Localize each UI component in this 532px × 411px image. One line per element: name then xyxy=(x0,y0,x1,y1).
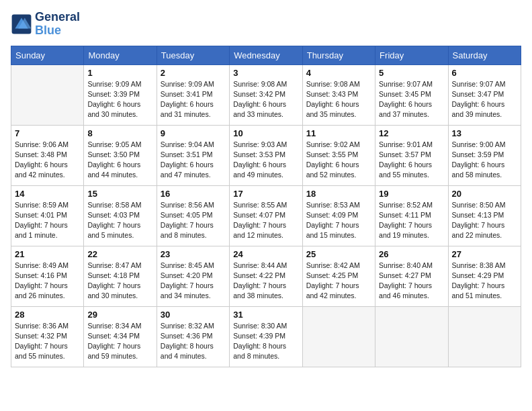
day-number: 11 xyxy=(306,128,371,138)
calendar-cell: 6Sunrise: 9:07 AM Sunset: 3:47 PM Daylig… xyxy=(448,64,521,125)
calendar-cell: 5Sunrise: 9:07 AM Sunset: 3:45 PM Daylig… xyxy=(375,64,448,125)
day-info: Sunrise: 8:44 AM Sunset: 4:22 PM Dayligh… xyxy=(233,261,298,302)
week-row-3: 14Sunrise: 8:59 AM Sunset: 4:01 PM Dayli… xyxy=(11,185,521,246)
calendar-cell: 13Sunrise: 9:00 AM Sunset: 3:59 PM Dayli… xyxy=(448,125,521,185)
day-info: Sunrise: 8:34 AM Sunset: 4:34 PM Dayligh… xyxy=(87,321,152,362)
day-info: Sunrise: 8:30 AM Sunset: 4:39 PM Dayligh… xyxy=(233,321,298,362)
calendar-cell: 16Sunrise: 8:56 AM Sunset: 4:05 PM Dayli… xyxy=(157,185,229,246)
calendar-cell: 2Sunrise: 9:09 AM Sunset: 3:41 PM Daylig… xyxy=(157,64,229,125)
day-info: Sunrise: 8:32 AM Sunset: 4:36 PM Dayligh… xyxy=(161,321,226,362)
calendar-cell: 9Sunrise: 9:04 AM Sunset: 3:51 PM Daylig… xyxy=(157,125,229,185)
day-info: Sunrise: 8:38 AM Sunset: 4:29 PM Dayligh… xyxy=(452,261,517,302)
calendar-cell: 26Sunrise: 8:40 AM Sunset: 4:27 PM Dayli… xyxy=(375,246,448,306)
day-number: 1 xyxy=(87,68,152,78)
week-row-5: 28Sunrise: 8:36 AM Sunset: 4:32 PM Dayli… xyxy=(11,306,521,367)
day-info: Sunrise: 9:00 AM Sunset: 3:59 PM Dayligh… xyxy=(452,140,517,181)
day-info: Sunrise: 8:56 AM Sunset: 4:05 PM Dayligh… xyxy=(161,200,226,241)
day-info: Sunrise: 8:53 AM Sunset: 4:09 PM Dayligh… xyxy=(306,200,371,241)
calendar-cell: 19Sunrise: 8:52 AM Sunset: 4:11 PM Dayli… xyxy=(375,185,448,246)
day-info: Sunrise: 9:01 AM Sunset: 3:57 PM Dayligh… xyxy=(379,140,444,181)
calendar-cell: 18Sunrise: 8:53 AM Sunset: 4:09 PM Dayli… xyxy=(302,185,375,246)
day-info: Sunrise: 8:59 AM Sunset: 4:01 PM Dayligh… xyxy=(15,200,80,241)
day-info: Sunrise: 9:06 AM Sunset: 3:48 PM Dayligh… xyxy=(15,140,80,181)
day-number: 16 xyxy=(161,189,226,199)
header-thursday: Thursday xyxy=(302,46,375,64)
day-number: 21 xyxy=(15,249,80,259)
day-number: 15 xyxy=(87,189,152,199)
day-info: Sunrise: 9:09 AM Sunset: 3:41 PM Dayligh… xyxy=(161,79,226,120)
calendar-header-row: SundayMondayTuesdayWednesdayThursdayFrid… xyxy=(11,46,521,64)
day-number: 8 xyxy=(87,128,152,138)
day-number: 6 xyxy=(452,68,517,78)
day-number: 24 xyxy=(233,249,298,259)
calendar-cell: 3Sunrise: 9:08 AM Sunset: 3:42 PM Daylig… xyxy=(230,64,302,125)
calendar-cell xyxy=(11,64,84,125)
logo: General Blue xyxy=(11,11,80,38)
day-number: 9 xyxy=(161,128,226,138)
day-number: 30 xyxy=(161,310,226,320)
day-info: Sunrise: 8:45 AM Sunset: 4:20 PM Dayligh… xyxy=(161,261,226,302)
day-info: Sunrise: 9:08 AM Sunset: 3:43 PM Dayligh… xyxy=(306,79,371,120)
calendar-cell: 22Sunrise: 8:47 AM Sunset: 4:18 PM Dayli… xyxy=(84,246,157,306)
day-number: 28 xyxy=(15,310,80,320)
calendar-cell xyxy=(448,306,521,367)
calendar-cell: 10Sunrise: 9:03 AM Sunset: 3:53 PM Dayli… xyxy=(230,125,302,185)
day-info: Sunrise: 8:40 AM Sunset: 4:27 PM Dayligh… xyxy=(379,261,444,302)
day-number: 10 xyxy=(233,128,298,138)
day-info: Sunrise: 9:02 AM Sunset: 3:55 PM Dayligh… xyxy=(306,140,371,181)
logo-text: General Blue xyxy=(35,11,80,38)
day-number: 23 xyxy=(161,249,226,259)
day-info: Sunrise: 9:03 AM Sunset: 3:53 PM Dayligh… xyxy=(233,140,298,181)
week-row-2: 7Sunrise: 9:06 AM Sunset: 3:48 PM Daylig… xyxy=(11,125,521,185)
day-info: Sunrise: 9:08 AM Sunset: 3:42 PM Dayligh… xyxy=(233,79,298,120)
day-number: 4 xyxy=(306,68,371,78)
day-number: 22 xyxy=(87,249,152,259)
day-number: 27 xyxy=(452,249,517,259)
logo-icon xyxy=(11,13,32,35)
day-number: 31 xyxy=(233,310,298,320)
header-tuesday: Tuesday xyxy=(157,46,229,64)
calendar-cell: 8Sunrise: 9:05 AM Sunset: 3:50 PM Daylig… xyxy=(84,125,157,185)
day-info: Sunrise: 8:58 AM Sunset: 4:03 PM Dayligh… xyxy=(87,200,152,241)
day-info: Sunrise: 9:04 AM Sunset: 3:51 PM Dayligh… xyxy=(161,140,226,181)
day-info: Sunrise: 8:52 AM Sunset: 4:11 PM Dayligh… xyxy=(379,200,444,241)
header-monday: Monday xyxy=(84,46,157,64)
calendar-cell: 31Sunrise: 8:30 AM Sunset: 4:39 PM Dayli… xyxy=(230,306,302,367)
day-info: Sunrise: 8:42 AM Sunset: 4:25 PM Dayligh… xyxy=(306,261,371,302)
calendar-cell: 4Sunrise: 9:08 AM Sunset: 3:43 PM Daylig… xyxy=(302,64,375,125)
calendar-cell: 20Sunrise: 8:50 AM Sunset: 4:13 PM Dayli… xyxy=(448,185,521,246)
day-number: 7 xyxy=(15,128,80,138)
week-row-4: 21Sunrise: 8:49 AM Sunset: 4:16 PM Dayli… xyxy=(11,246,521,306)
week-row-1: 1Sunrise: 9:09 AM Sunset: 3:39 PM Daylig… xyxy=(11,64,521,125)
day-number: 18 xyxy=(306,189,371,199)
header-friday: Friday xyxy=(375,46,448,64)
day-number: 17 xyxy=(233,189,298,199)
header-sunday: Sunday xyxy=(11,46,84,64)
calendar-cell xyxy=(302,306,375,367)
day-info: Sunrise: 8:55 AM Sunset: 4:07 PM Dayligh… xyxy=(233,200,298,241)
day-number: 26 xyxy=(379,249,444,259)
day-info: Sunrise: 8:47 AM Sunset: 4:18 PM Dayligh… xyxy=(87,261,152,302)
day-number: 25 xyxy=(306,249,371,259)
calendar-cell xyxy=(375,306,448,367)
calendar-cell: 23Sunrise: 8:45 AM Sunset: 4:20 PM Dayli… xyxy=(157,246,229,306)
day-info: Sunrise: 9:07 AM Sunset: 3:45 PM Dayligh… xyxy=(379,79,444,120)
calendar-cell: 27Sunrise: 8:38 AM Sunset: 4:29 PM Dayli… xyxy=(448,246,521,306)
day-number: 29 xyxy=(87,310,152,320)
day-number: 13 xyxy=(452,128,517,138)
calendar-cell: 12Sunrise: 9:01 AM Sunset: 3:57 PM Dayli… xyxy=(375,125,448,185)
header: General Blue xyxy=(11,11,521,38)
calendar-cell: 7Sunrise: 9:06 AM Sunset: 3:48 PM Daylig… xyxy=(11,125,84,185)
day-info: Sunrise: 8:36 AM Sunset: 4:32 PM Dayligh… xyxy=(15,321,80,362)
calendar-cell: 28Sunrise: 8:36 AM Sunset: 4:32 PM Dayli… xyxy=(11,306,84,367)
day-number: 5 xyxy=(379,68,444,78)
day-info: Sunrise: 8:49 AM Sunset: 4:16 PM Dayligh… xyxy=(15,261,80,302)
day-info: Sunrise: 9:05 AM Sunset: 3:50 PM Dayligh… xyxy=(87,140,152,181)
day-number: 14 xyxy=(15,189,80,199)
day-number: 2 xyxy=(161,68,226,78)
calendar-cell: 24Sunrise: 8:44 AM Sunset: 4:22 PM Dayli… xyxy=(230,246,302,306)
header-wednesday: Wednesday xyxy=(230,46,302,64)
day-number: 3 xyxy=(233,68,298,78)
calendar-cell: 21Sunrise: 8:49 AM Sunset: 4:16 PM Dayli… xyxy=(11,246,84,306)
day-number: 12 xyxy=(379,128,444,138)
